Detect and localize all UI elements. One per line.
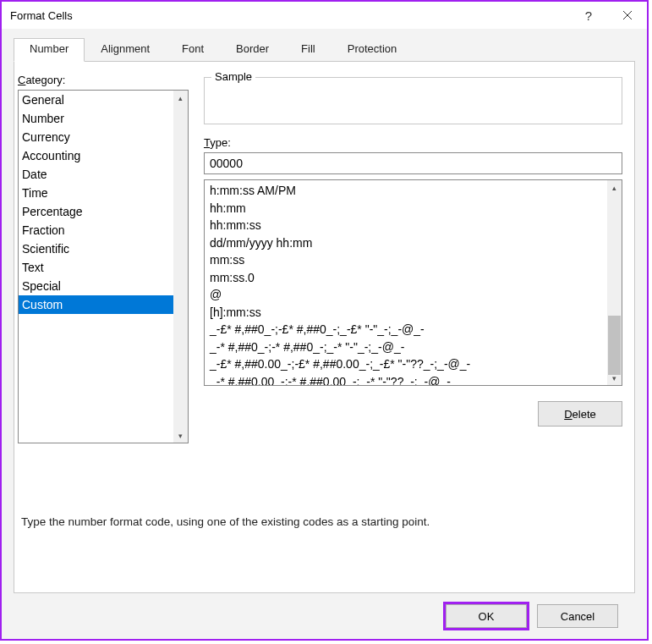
tab-alignment[interactable]: Alignment: [85, 38, 166, 62]
help-button[interactable]: ?: [569, 2, 608, 29]
type-list-item[interactable]: hh:mm: [210, 200, 602, 217]
category-item[interactable]: Scientific: [19, 239, 173, 258]
close-icon: [622, 10, 633, 20]
type-label: Type:: [204, 136, 622, 149]
number-panel: Category: GeneralNumberCurrencyAccountin…: [14, 61, 635, 593]
category-item[interactable]: Text: [19, 258, 173, 277]
cancel-button[interactable]: Cancel: [537, 604, 618, 628]
category-item[interactable]: Special: [19, 277, 173, 295]
category-item[interactable]: General: [19, 91, 173, 109]
type-list-item[interactable]: mm:ss.0: [210, 269, 602, 287]
close-button[interactable]: [608, 2, 647, 29]
category-label-rest: ategory:: [25, 74, 65, 86]
category-accel: C: [18, 74, 25, 86]
tab-fill[interactable]: Fill: [285, 38, 331, 62]
type-list-item[interactable]: _-£* #,##0_-;-£* #,##0_-;_-£* "-"_-;_-@_…: [210, 321, 602, 339]
type-list-item[interactable]: mm:ss: [210, 251, 602, 269]
scroll-up-icon[interactable]: ▴: [173, 91, 188, 105]
type-list-item[interactable]: _-* #,##0_-;-* #,##0_-;_-* "-"_-;_-@_-: [210, 339, 602, 356]
type-listbox[interactable]: h:mm:ss AM/PMhh:mmhh:mm:ssdd/mm/yyyy hh:…: [204, 179, 622, 386]
ok-button[interactable]: OK: [446, 604, 527, 628]
tab-border[interactable]: Border: [220, 38, 285, 62]
scroll-down-icon[interactable]: ▾: [173, 428, 188, 443]
type-list-item[interactable]: h:mm:ss AM/PM: [210, 182, 602, 200]
category-item[interactable]: Time: [19, 184, 173, 202]
tab-font[interactable]: Font: [166, 38, 220, 62]
category-item[interactable]: Fraction: [19, 221, 173, 239]
scroll-up-icon[interactable]: ▴: [607, 180, 622, 195]
category-listbox[interactable]: GeneralNumberCurrencyAccountingDateTimeP…: [18, 90, 189, 443]
category-column: Category: GeneralNumberCurrencyAccountin…: [14, 74, 189, 584]
type-list-item[interactable]: _-* #,##0.00_-;-* #,##0.00_-;_-* "-"??_-…: [210, 373, 602, 387]
type-list-item[interactable]: hh:mm:ss: [210, 217, 602, 234]
title-bar: Format Cells ?: [2, 2, 647, 29]
type-list-item[interactable]: _-£* #,##0.00_-;-£* #,##0.00_-;_-£* "-"?…: [210, 355, 602, 373]
category-item[interactable]: Custom: [19, 295, 173, 314]
delete-button[interactable]: Delete: [538, 401, 622, 427]
category-label: Category:: [18, 74, 189, 86]
category-item[interactable]: Number: [19, 109, 173, 128]
scrollbar-thumb[interactable]: [608, 316, 621, 375]
tab-strip: Number Alignment Font Border Fill Protec…: [14, 37, 635, 61]
type-label-rest: ype:: [210, 136, 231, 149]
format-cells-dialog: Format Cells ? Number Alignment Font Bor…: [0, 0, 649, 641]
right-column: Sample Type: h:mm:ss AM/PMhh:mmhh:mm:ssd…: [189, 74, 622, 584]
category-item[interactable]: Percentage: [19, 202, 173, 221]
tab-protection[interactable]: Protection: [331, 38, 414, 62]
type-input[interactable]: [204, 152, 622, 174]
type-scrollbar[interactable]: ▴ ▾: [607, 180, 622, 385]
category-item[interactable]: Accounting: [19, 146, 173, 165]
type-list-item[interactable]: @: [210, 286, 602, 304]
sample-legend: Sample: [211, 70, 255, 83]
sample-group: Sample: [204, 77, 622, 124]
type-list-item[interactable]: [h]:mm:ss: [210, 304, 602, 322]
category-scrollbar[interactable]: ▴ ▾: [173, 91, 188, 443]
client-area: Number Alignment Font Border Fill Protec…: [2, 29, 647, 639]
button-bar: OK Cancel: [14, 593, 635, 639]
category-item[interactable]: Currency: [19, 128, 173, 146]
type-list-item[interactable]: dd/mm/yyyy hh:mm: [210, 234, 602, 252]
help-text: Type the number format code, using one o…: [21, 515, 430, 528]
tab-number[interactable]: Number: [14, 38, 85, 62]
category-item[interactable]: Date: [19, 165, 173, 184]
window-title: Format Cells: [10, 9, 569, 22]
